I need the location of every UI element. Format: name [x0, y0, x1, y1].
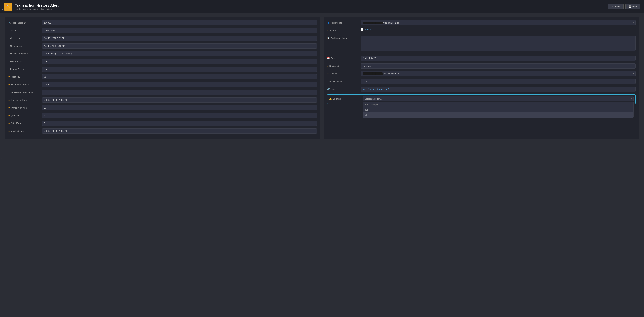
date-row: 📅 Date: [327, 56, 636, 62]
field-row-actual-cost: ≡ActualCost: [8, 121, 317, 127]
field-value-record-age: [42, 51, 317, 56]
field-label-created-on: ℹCreated on: [8, 36, 42, 39]
field-row-quantity: ≡Quantity: [8, 113, 317, 119]
record-age-icon: ℹ: [8, 52, 9, 55]
field-value-new-record: [42, 59, 317, 64]
updated-label: 🔔 Updated: [329, 96, 363, 100]
left-panel: 🔍TransactionID *ℹStatusℹCreated onℹUpdat…: [5, 17, 320, 139]
field-value-reference-order-id: [42, 82, 317, 87]
reviewed-icon: ≡: [327, 65, 328, 67]
field-input-reference-order-line-id[interactable]: [42, 90, 317, 95]
assigned-to-row: 👤 Assigned to ████████████@bizdata.com.a…: [327, 20, 636, 26]
updated-on-icon: ℹ: [8, 45, 9, 47]
top-bar-right: ✕ Cancel 💾 Save: [608, 4, 640, 9]
app-subtitle: Edit this record by modifying its metada…: [15, 8, 59, 10]
main-content: 🔍TransactionID *ℹStatusℹCreated onℹUpdat…: [0, 13, 644, 144]
manual-record-icon: ℹ: [8, 68, 9, 70]
eye-icon: 👁: [327, 29, 329, 32]
field-input-record-age[interactable]: [42, 51, 317, 56]
app-title: Transaction History Alert: [15, 3, 59, 7]
transaction-date-icon: ≡: [8, 99, 10, 101]
field-input-status[interactable]: [42, 28, 317, 33]
field-input-actual-cost[interactable]: [42, 121, 317, 126]
actual-cost-icon: ≡: [8, 122, 10, 124]
field-row-reference-order-line-id: ≡ReferenceOrderLineID: [8, 90, 317, 96]
field-value-modified-date: [42, 128, 317, 134]
field-label-quantity: ≡Quantity: [8, 113, 42, 117]
field-input-modified-date[interactable]: [42, 128, 317, 134]
dropdown-option[interactable]: false: [363, 112, 634, 118]
reference-order-id-icon: ≡: [8, 83, 10, 86]
ignore-checkbox[interactable]: [361, 28, 363, 31]
transaction-type-icon: ≡: [8, 106, 10, 109]
updated-icon: 🔔: [329, 98, 332, 100]
contact-value[interactable]: ████████████@bizdata.com.au ▾: [361, 71, 636, 76]
contact-row: ✉ Contact ████████████@bizdata.com.au ▾: [327, 71, 636, 77]
field-value-product-id: [42, 74, 317, 79]
link-row: 🔗 Link: [327, 86, 636, 93]
field-value-transaction-id: [42, 20, 317, 25]
field-row-status: ℹStatus: [8, 28, 317, 34]
dropdown-option[interactable]: Select an option...: [363, 102, 634, 107]
field-value-transaction-date: [42, 97, 317, 103]
field-value-transaction-type: [42, 105, 317, 110]
updated-dropdown-menu: Select an option...truefalse: [363, 102, 634, 118]
field-row-modified-date: ≡ModifiedDate: [8, 128, 317, 134]
notes-icon: 📋: [327, 37, 330, 39]
app-icon: ✏️: [4, 2, 12, 11]
additional-id-row: + Additional ID: [327, 79, 636, 85]
field-input-transaction-id[interactable]: [42, 20, 317, 25]
updated-value[interactable]: Select an option... ▾ Select an option..…: [363, 96, 634, 101]
field-input-quantity[interactable]: [42, 113, 317, 118]
dropdown-option[interactable]: true: [363, 107, 634, 112]
updated-dropdown-trigger[interactable]: Select an option... ▾: [363, 96, 634, 101]
sidebar-toggle[interactable]: »: [0, 156, 3, 161]
additional-id-input[interactable]: [361, 79, 636, 84]
field-label-manual-record: ℹManual Record: [8, 66, 42, 70]
app-title-block: Transaction History Alert Edit this reco…: [15, 3, 59, 10]
date-input[interactable]: [361, 56, 636, 61]
top-bar: ✏️ Transaction History Alert Edit this r…: [0, 0, 644, 13]
link-label: 🔗 Link: [327, 86, 361, 90]
contact-label: ✉ Contact: [327, 71, 361, 75]
field-input-new-record[interactable]: [42, 59, 317, 64]
updated-row: 🔔 Updated Select an option... ▾ Select a…: [329, 96, 634, 102]
link-input[interactable]: [361, 86, 636, 92]
assigned-to-value[interactable]: ████████████@bizdata.com.au ▾: [361, 20, 636, 25]
cancel-button[interactable]: ✕ Cancel: [608, 4, 624, 9]
field-label-reference-order-id: ≡ReferenceOrderID: [8, 82, 42, 86]
save-button[interactable]: 💾 Save: [625, 4, 640, 9]
reviewed-value[interactable]: Reviewed ▾: [361, 63, 636, 68]
field-value-created-on: [42, 36, 317, 41]
field-input-product-id[interactable]: [42, 74, 317, 79]
field-value-manual-record: [42, 66, 317, 72]
reference-order-line-id-icon: ≡: [8, 91, 10, 94]
field-input-reference-order-id[interactable]: [42, 82, 317, 87]
field-row-updated-on: ℹUpdated on: [8, 43, 317, 49]
field-input-manual-record[interactable]: [42, 66, 317, 72]
user-icon: 👤: [327, 21, 330, 24]
additional-notes-textarea[interactable]: [361, 36, 636, 51]
field-row-reference-order-id: ≡ReferenceOrderID: [8, 82, 317, 88]
ignore-value: Ignore: [361, 28, 636, 31]
ignore-label: 👁 Ignore: [327, 28, 361, 32]
field-label-new-record: ℹNew Record: [8, 59, 42, 63]
reviewed-chevron-icon: ▾: [633, 65, 634, 67]
right-panel: 👤 Assigned to ████████████@bizdata.com.a…: [324, 17, 639, 139]
field-input-transaction-date[interactable]: [42, 97, 317, 103]
field-label-modified-date: ≡ModifiedDate: [8, 128, 42, 132]
field-input-created-on[interactable]: [42, 36, 317, 41]
field-label-product-id: ≡ProductID: [8, 74, 42, 78]
link-icon: 🔗: [327, 88, 330, 90]
modified-date-icon: ≡: [8, 130, 10, 132]
plus-icon: +: [327, 80, 328, 83]
field-value-status: [42, 28, 317, 33]
field-label-reference-order-line-id: ≡ReferenceOrderLineID: [8, 90, 42, 94]
field-input-updated-on[interactable]: [42, 43, 317, 48]
field-row-created-on: ℹCreated on: [8, 36, 317, 42]
field-value-updated-on: [42, 43, 317, 48]
settings-icon[interactable]: ⊕: [1, 8, 3, 11]
field-label-status: ℹStatus: [8, 28, 42, 32]
field-input-transaction-type[interactable]: [42, 105, 317, 110]
additional-notes-value[interactable]: [361, 36, 636, 51]
